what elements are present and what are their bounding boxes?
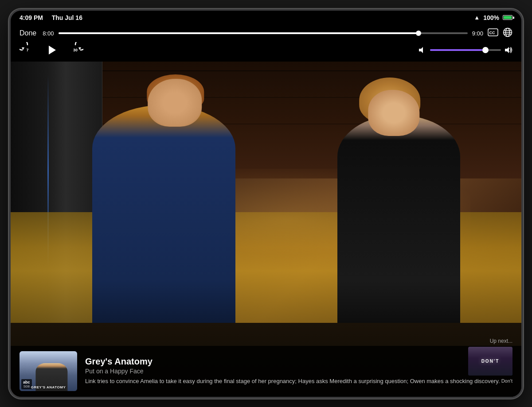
playback-row: 7 30 (20, 42, 512, 58)
battery-icon (503, 15, 512, 20)
up-next-text-overlay: DON'T (481, 359, 500, 364)
play-button[interactable] (43, 42, 59, 58)
svg-marker-8 (49, 46, 56, 54)
cc-button[interactable]: CC (488, 28, 498, 39)
volume-track[interactable] (430, 49, 501, 51)
show-info: Grey's Anatomy Put on a Happy Face Link … (85, 357, 512, 385)
show-title: Grey's Anatomy (85, 357, 512, 367)
volume-control (419, 46, 512, 54)
progress-track[interactable] (59, 32, 468, 34)
volume-filled (430, 49, 485, 51)
character-right (337, 115, 460, 323)
time-display: 4:09 PM (20, 14, 43, 21)
progress-row: Done 8:00 9:00 CC (20, 27, 512, 39)
video-area[interactable]: abc S08 GREY'S ANATOMY Grey's Anatomy Pu… (11, 62, 521, 397)
up-next-label: Up next... (490, 338, 512, 344)
done-button[interactable]: Done (20, 29, 36, 37)
progress-thumb[interactable] (416, 31, 421, 36)
character-left-head (148, 79, 202, 127)
battery-percentage: 100% (483, 14, 499, 21)
end-time: 9:00 (472, 30, 483, 37)
volume-low-icon (419, 46, 426, 54)
svg-marker-10 (419, 47, 423, 53)
svg-marker-11 (505, 47, 509, 53)
svg-text:CC: CC (489, 31, 495, 35)
up-next-thumbnail[interactable]: DON'T (468, 347, 512, 376)
date-display: Thu Jul 16 (52, 14, 82, 21)
episode-title: Put on a Happy Face (85, 368, 512, 375)
status-right: ▲ 100% (474, 14, 512, 21)
forward-button[interactable]: 30 (67, 42, 83, 58)
lower-panel: abc S08 GREY'S ANATOMY Grey's Anatomy Pu… (11, 346, 521, 397)
controls-bar: Done 8:00 9:00 CC (11, 25, 521, 62)
forward-seconds: 30 (73, 48, 78, 52)
show-description: Link tries to convince Amelia to take it… (85, 377, 512, 385)
status-bar: 4:09 PM Thu Jul 16 ▲ 100% (11, 11, 521, 25)
character-right-head (368, 90, 419, 136)
show-thumbnail: abc S08 GREY'S ANATOMY (20, 351, 77, 391)
network-logo: abc (23, 380, 30, 384)
wifi-icon: ▲ (474, 14, 480, 21)
rewind-button[interactable]: 7 (20, 42, 35, 58)
thumbnail-title: GREY'S ANATOMY (20, 385, 77, 389)
volume-high-icon (505, 46, 512, 54)
volume-thumb[interactable] (482, 47, 489, 53)
device-frame: 4:09 PM Thu Jul 16 ▲ 100% Done 8:00 (9, 9, 523, 399)
up-next-panel: Up next... DON'T Don't (468, 338, 512, 384)
status-left: 4:09 PM Thu Jul 16 (20, 14, 82, 21)
current-time: 8:00 (43, 30, 54, 37)
up-next-thumb-inner: DON'T (468, 347, 512, 376)
up-next-show-label: Don't (501, 378, 512, 384)
progress-filled (59, 32, 419, 34)
language-button[interactable] (503, 27, 512, 39)
character-left (92, 105, 235, 323)
thumbnail-inner: abc S08 GREY'S ANATOMY (20, 351, 77, 391)
rewind-seconds: 7 (26, 48, 28, 52)
